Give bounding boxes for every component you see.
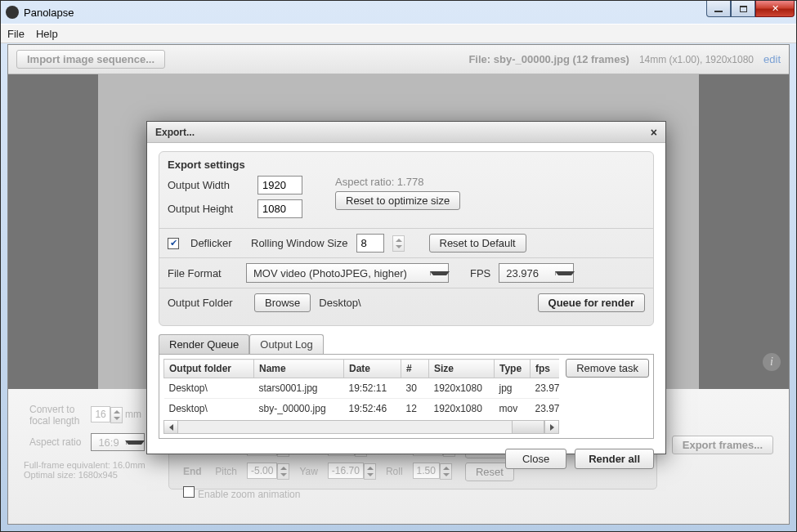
output-width-input[interactable] [257, 176, 302, 194]
fps-select[interactable]: 23.976 [499, 263, 574, 283]
dialog-title: Export... [155, 127, 195, 138]
window-title: Panolapse [24, 7, 74, 19]
convert-focal-spinner[interactable] [110, 407, 123, 423]
menu-file[interactable]: File [7, 28, 25, 40]
reset-optimize-size-button[interactable]: Reset to optimize size [335, 191, 460, 210]
col-fps[interactable]: fps [531, 360, 560, 378]
col-size[interactable]: Size [429, 360, 495, 378]
deflicker-checkbox[interactable]: ✔ [168, 238, 179, 249]
optimal-size: Optimal size: 1680x945 [24, 470, 159, 480]
edit-link[interactable]: edit [763, 53, 781, 65]
file-format-value: MOV video (PhotoJPEG, higher) [247, 267, 430, 279]
maximize-button[interactable] [731, 1, 755, 17]
file-format-label: File Format [168, 267, 238, 279]
chevron-down-icon [430, 271, 450, 275]
col-type[interactable]: Type [495, 360, 531, 378]
minimize-button[interactable] [706, 1, 731, 17]
render-all-button[interactable]: Render all [575, 449, 654, 469]
fps-label: FPS [470, 267, 490, 279]
loaded-file-label: File: sby-_00000.jpg (12 frames) [468, 53, 629, 65]
render-queue-table: Output folder Name Date # Size Type fps … [163, 359, 559, 418]
close-button[interactable]: ✕ [755, 1, 795, 17]
col-output-folder[interactable]: Output folder [164, 360, 254, 378]
chevron-down-icon [555, 271, 575, 275]
col-count[interactable]: # [401, 360, 429, 378]
reset-default-button[interactable]: Reset to Default [429, 234, 526, 253]
file-format-select[interactable]: MOV video (PhotoJPEG, higher) [246, 263, 449, 283]
fps-value: 23.976 [499, 267, 555, 279]
scroll-left-button[interactable] [164, 421, 178, 433]
scroll-thumb[interactable] [512, 421, 544, 433]
convert-focal-label: Convert to focal length [25, 401, 85, 429]
output-height-label: Output Height [168, 203, 249, 215]
output-height-input[interactable] [257, 199, 302, 218]
info-icon[interactable]: i [763, 353, 781, 371]
lens-info: 14mm (x1.00), 1920x1080 [639, 54, 754, 65]
app-icon [6, 6, 19, 19]
col-date[interactable]: Date [344, 360, 401, 378]
export-dialog: Export... × Export settings Output Width… [146, 121, 666, 454]
output-folder-value: Desktop\ [319, 297, 360, 309]
convert-focal-input[interactable]: 16 [91, 406, 110, 422]
aspect-ratio-label: Aspect ratio [25, 431, 85, 454]
enable-zoom-label: Enable zoom animation [198, 489, 300, 500]
deflicker-label: Deflicker [190, 237, 243, 249]
tab-output-log[interactable]: Output Log [249, 334, 323, 354]
rolling-window-spinner[interactable] [392, 235, 405, 252]
table-row[interactable]: Desktop\sby-_00000.jpg19:52:46121920x108… [164, 399, 560, 419]
queue-for-render-button[interactable]: Queue for render [538, 293, 645, 312]
import-sequence-button[interactable]: Import image sequence... [16, 50, 165, 69]
output-folder-label: Output Folder [168, 297, 246, 309]
chevron-right-icon [550, 424, 554, 431]
rolling-window-input[interactable] [356, 234, 384, 253]
menu-help[interactable]: Help [36, 28, 58, 40]
export-frames-button[interactable]: Export frames... [672, 436, 773, 454]
aspect-ratio-select[interactable]: 16:9 [91, 433, 144, 451]
aspect-ratio-readout: Aspect ratio: 1.778 [335, 176, 460, 188]
chevron-down-icon [125, 440, 145, 445]
horizontal-scrollbar[interactable] [163, 420, 559, 434]
rolling-window-label: Rolling Window Size [251, 237, 348, 249]
enable-zoom-checkbox[interactable] [183, 486, 195, 498]
aspect-ratio-value: 16:9 [92, 436, 125, 449]
tab-render-queue[interactable]: Render Queue [159, 334, 249, 354]
remove-task-button[interactable]: Remove task [566, 359, 649, 378]
col-name[interactable]: Name [254, 360, 344, 378]
chevron-left-icon [169, 424, 173, 431]
close-dialog-button[interactable]: Close [505, 449, 566, 469]
dialog-close-icon[interactable]: × [651, 126, 657, 139]
mm-label: mm [125, 409, 141, 420]
table-row[interactable]: Desktop\stars0001.jpg19:52:11301920x1080… [164, 378, 560, 399]
scroll-right-button[interactable] [544, 421, 558, 433]
output-width-label: Output Width [168, 179, 249, 191]
browse-button[interactable]: Browse [254, 293, 311, 312]
full-frame-equiv: Full-frame equivalent: 16.0mm [24, 460, 159, 470]
export-settings-heading: Export settings [168, 159, 645, 171]
